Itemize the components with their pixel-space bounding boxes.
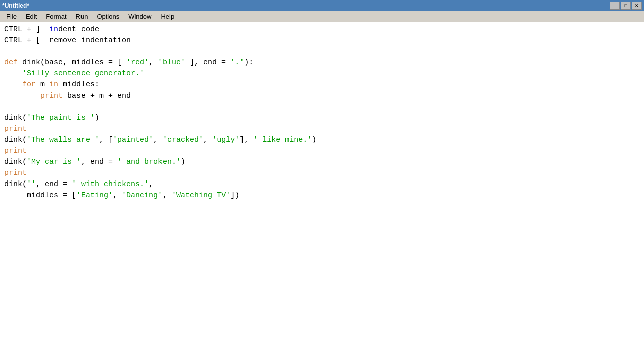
code-line-dink2: dink('The walls are ', ['painted', 'crac… — [4, 135, 640, 146]
title-bar: *Untitled* ─ □ ✕ — [0, 0, 644, 11]
code-editor[interactable]: CTRL + ] indent code CTRL + [ remove ind… — [0, 22, 644, 362]
empty-line-5 — [4, 223, 640, 234]
menu-bar: File Edit Format Run Options Window Help — [0, 11, 644, 22]
maximize-button[interactable]: □ — [621, 2, 631, 10]
empty-line-3 — [4, 201, 640, 212]
code-line-print1: print — [4, 124, 640, 135]
empty-line-4 — [4, 212, 640, 223]
code-line-def: def dink(base, middles = [ 'red', 'blue'… — [4, 57, 640, 68]
menu-options[interactable]: Options — [93, 12, 123, 21]
code-line-print-inner: print base + m + end — [4, 90, 640, 102]
hint-line-1: CTRL + ] indent code — [4, 24, 640, 35]
title-bar-buttons[interactable]: ─ □ ✕ — [610, 2, 642, 10]
code-line-dink3: dink('My car is ', end = ' and broken.') — [4, 157, 640, 168]
close-button[interactable]: ✕ — [632, 2, 642, 10]
menu-format[interactable]: Format — [42, 12, 70, 21]
code-line-print2: print — [4, 146, 640, 157]
menu-help[interactable]: Help — [156, 12, 178, 21]
title-bar-left: *Untitled* — [2, 2, 29, 9]
code-line-print3: print — [4, 168, 640, 179]
code-line-docstring: 'Silly sentence generator.' — [4, 68, 640, 79]
empty-line-9 — [4, 267, 640, 279]
menu-window[interactable]: Window — [124, 12, 155, 21]
menu-edit[interactable]: Edit — [22, 12, 41, 21]
empty-line-2 — [4, 102, 640, 113]
empty-line-10 — [4, 279, 640, 290]
menu-run[interactable]: Run — [72, 12, 92, 21]
empty-line-1 — [4, 46, 640, 57]
hint-line-2: CTRL + [ remove indentation — [4, 35, 640, 46]
empty-line-7 — [4, 245, 640, 256]
code-line-dink1: dink('The paint is ') — [4, 113, 640, 124]
empty-line-6 — [4, 234, 640, 245]
window-title: *Untitled* — [2, 2, 29, 9]
menu-file[interactable]: File — [2, 12, 21, 21]
code-line-for: for m in middles: — [4, 79, 640, 90]
code-line-dink4-a: dink('', end = ' with chickens.', — [4, 179, 640, 190]
code-line-dink4-b: middles = ['Eating', 'Dancing', 'Watchin… — [4, 190, 640, 201]
empty-line-8 — [4, 256, 640, 267]
minimize-button[interactable]: ─ — [610, 2, 620, 10]
